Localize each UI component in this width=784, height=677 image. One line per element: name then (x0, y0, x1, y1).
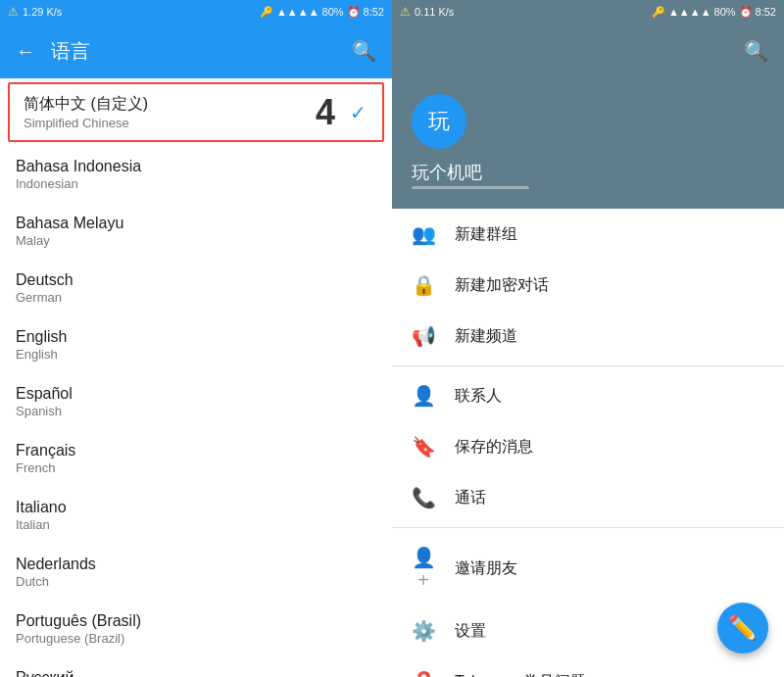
menu-label-faq: Telegram 常见问题 (455, 672, 586, 678)
menu-label-contacts: 联系人 (455, 386, 502, 407)
lang-sub-bahasa-melayu: Malay (16, 233, 376, 248)
lang-name-english: English (16, 328, 376, 346)
fab-button[interactable]: ✏️ (717, 603, 768, 653)
page-title: 语言 (51, 38, 336, 65)
menu-icon-invite: 👤+ (412, 546, 435, 592)
right-speed: 0.11 K/s (415, 6, 454, 18)
menu-label-calls: 通话 (455, 488, 486, 508)
menu-label-invite: 邀请朋友 (455, 558, 517, 579)
lang-item-espanol[interactable]: EspañolSpanish (0, 373, 392, 430)
lang-name-portugues: Português (Brasil) (16, 612, 376, 630)
menu-icon-faq: ❓ (412, 670, 435, 677)
right-warning-icon: ⚠ (400, 5, 411, 19)
left-top-bar: ← 语言 🔍 (0, 24, 392, 78)
menu-icon-new-group: 👥 (412, 222, 435, 246)
right-status-left: ⚠ 0.11 K/s (400, 5, 454, 19)
left-status-bar: ⚠ 1.29 K/s 🔑 ▲▲▲▲ 80% ⏰ 8:52 (0, 0, 392, 24)
lang-name-russian: Русский (16, 669, 376, 677)
menu-label-settings: 设置 (455, 621, 486, 642)
right-signal-icon: ▲▲▲▲ (668, 6, 711, 18)
lang-name-deutsch: Deutsch (16, 271, 376, 289)
menu-icon-saved: 🔖 (412, 435, 435, 459)
lang-sub-nederlands: Dutch (16, 574, 376, 589)
menu-label-new-channel: 新建频道 (455, 326, 517, 347)
lang-name-nederlands: Nederlands (16, 556, 376, 573)
lang-name-espanol: Español (16, 385, 376, 403)
right-status-right: 🔑 ▲▲▲▲ 80% ⏰ 8:52 (652, 6, 776, 19)
lang-name-bahasa-indonesia: Bahasa Indonesia (16, 158, 376, 175)
language-list: 简体中文 (自定义)Simplified Chinese4✓Bahasa Ind… (0, 78, 392, 677)
right-status-bar: ⚠ 0.11 K/s 🔑 ▲▲▲▲ 80% ⏰ 8:52 (392, 0, 784, 24)
menu-item-new-channel[interactable]: 📢新建频道 (392, 311, 784, 362)
check-icon: ✓ (350, 101, 367, 124)
menu-icon-new-secret: 🔒 (412, 273, 435, 297)
menu-label-new-group: 新建群组 (455, 224, 517, 245)
lang-item-deutsch[interactable]: DeutschGerman (0, 260, 392, 316)
right-search-button[interactable]: 🔍 (744, 39, 768, 63)
menu-item-new-group[interactable]: 👥新建群组 (392, 209, 784, 260)
right-panel-wrapper: ⚠ 0.11 K/s 🔑 ▲▲▲▲ 80% ⏰ 8:52 🔍 玩 玩个机吧 👥新… (392, 0, 784, 677)
warning-icon: ⚠ (8, 5, 19, 19)
lang-sub-espanol: Spanish (16, 404, 376, 418)
search-button[interactable]: 🔍 (352, 39, 376, 63)
signal-icon: ▲▲▲▲ (276, 6, 319, 18)
lang-item-english[interactable]: EnglishEnglish (0, 316, 392, 373)
menu-item-faq[interactable]: ❓Telegram 常见问题 (392, 656, 784, 677)
back-button[interactable]: ← (16, 40, 35, 63)
menu-divider-5 (392, 527, 784, 528)
menu-item-invite[interactable]: 👤+邀请朋友 (392, 532, 784, 605)
lang-name-bahasa-melayu: Bahasa Melayu (16, 215, 376, 232)
right-key-icon: 🔑 (652, 6, 665, 19)
menu-label-new-secret: 新建加密对话 (455, 275, 549, 296)
lang-sub-bahasa-indonesia: Indonesian (16, 176, 376, 191)
right-time: 8:52 (756, 6, 776, 18)
menu-icon-new-channel: 📢 (412, 324, 435, 348)
lang-item-bahasa-indonesia[interactable]: Bahasa IndonesiaIndonesian (0, 146, 392, 203)
lang-sub-portugues: Portuguese (Brazil) (16, 631, 376, 646)
left-battery: 80% (322, 6, 344, 18)
menu-icon-settings: ⚙️ (412, 619, 435, 643)
lang-item-italiano[interactable]: ItalianoItalian (0, 487, 392, 544)
lang-sub-italiano: Italian (16, 517, 376, 532)
lang-item-nederlands[interactable]: NederlandsDutch (0, 544, 392, 601)
lang-item-bahasa-melayu[interactable]: Bahasa MelayuMalay (0, 203, 392, 260)
menu-item-contacts[interactable]: 👤联系人 (392, 370, 784, 421)
lang-item-portugues[interactable]: Português (Brasil)Portuguese (Brazil) (0, 601, 392, 657)
lang-name-francais: Français (16, 442, 376, 459)
menu-item-new-secret[interactable]: 🔒新建加密对话 (392, 260, 784, 311)
lang-item-russian[interactable]: РусскийRussian (0, 657, 392, 677)
menu-icon-contacts: 👤 (412, 384, 435, 408)
left-time: 8:52 (364, 6, 384, 18)
lang-number: 4 (316, 92, 335, 133)
left-status-right: 🔑 ▲▲▲▲ 80% ⏰ 8:52 (260, 6, 384, 19)
key-icon: 🔑 (260, 6, 273, 19)
menu-label-saved: 保存的消息 (455, 437, 533, 458)
right-battery: 80% (714, 6, 736, 18)
left-panel: ⚠ 1.29 K/s 🔑 ▲▲▲▲ 80% ⏰ 8:52 ← 语言 🔍 简体中文… (0, 0, 392, 677)
lang-item-francais[interactable]: FrançaisFrench (0, 430, 392, 487)
lang-sub-english: English (16, 347, 376, 362)
right-panel: ⚠ 0.11 K/s 🔑 ▲▲▲▲ 80% ⏰ 8:52 🔍 玩 玩个机吧 👥新… (392, 0, 784, 677)
menu-divider-2 (392, 365, 784, 366)
avatar: 玩 (412, 94, 466, 149)
right-top-bar: 🔍 (392, 24, 784, 78)
profile-name: 玩个机吧 (412, 161, 482, 184)
right-alarm-icon: ⏰ (739, 6, 753, 19)
profile-section: 玩 玩个机吧 (392, 78, 784, 209)
lang-sub-deutsch: German (16, 290, 376, 305)
lang-item-simplified-chinese[interactable]: 简体中文 (自定义)Simplified Chinese4✓ (8, 82, 384, 142)
lang-sub-francais: French (16, 460, 376, 475)
profile-phone (412, 186, 529, 189)
menu-item-saved[interactable]: 🔖保存的消息 (392, 421, 784, 472)
alarm-icon: ⏰ (347, 6, 361, 19)
left-speed: 1.29 K/s (23, 6, 62, 18)
menu-list: 👥新建群组🔒新建加密对话📢新建频道👤联系人🔖保存的消息📞通话👤+邀请朋友⚙️设置… (392, 209, 784, 677)
menu-icon-calls: 📞 (412, 486, 435, 509)
menu-item-calls[interactable]: 📞通话 (392, 472, 784, 523)
lang-name-italiano: Italiano (16, 499, 376, 516)
left-status-left: ⚠ 1.29 K/s (8, 5, 62, 19)
